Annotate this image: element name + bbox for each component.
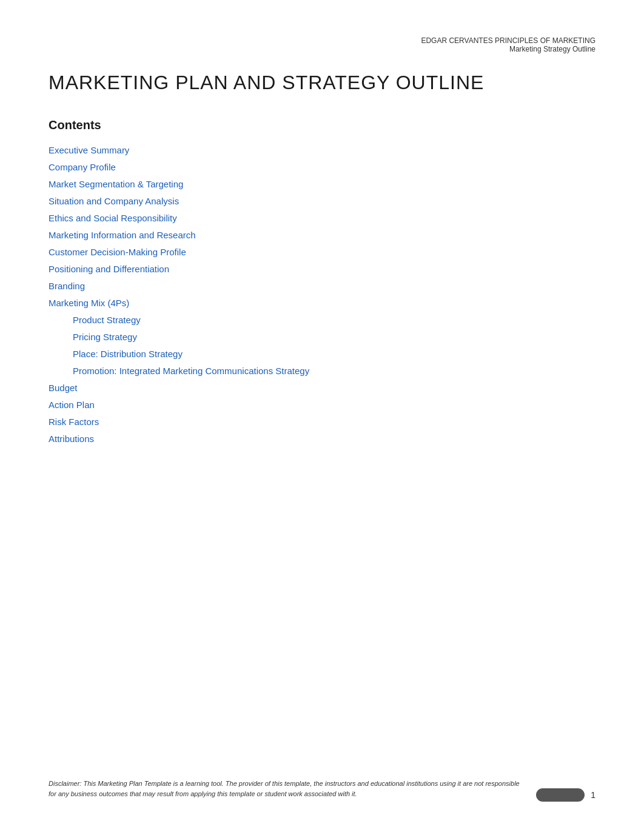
toc-link[interactable]: Situation and Company Analysis bbox=[49, 196, 179, 206]
disclaimer-area: Disclaimer: This Marketing Plan Template… bbox=[49, 779, 595, 799]
toc-link[interactable]: Branding bbox=[49, 281, 85, 291]
header-line2: Marketing Strategy Outline bbox=[49, 45, 595, 53]
toc-item: Pricing Strategy bbox=[49, 330, 595, 344]
toc-item: Executive Summary bbox=[49, 143, 595, 158]
page: EDGAR CERVANTES PRINCIPLES OF MARKETING … bbox=[0, 0, 644, 835]
disclaimer-text: Disclaimer: This Marketing Plan Template… bbox=[49, 779, 522, 799]
toc-link[interactable]: Company Profile bbox=[49, 162, 116, 172]
toc-link[interactable]: Pricing Strategy bbox=[73, 332, 137, 342]
toc-link[interactable]: Place: Distribution Strategy bbox=[73, 349, 183, 359]
toc-item: Attributions bbox=[49, 432, 595, 446]
toc-item: Situation and Company Analysis bbox=[49, 194, 595, 209]
toc-link[interactable]: Marketing Information and Research bbox=[49, 230, 196, 240]
toc-item: Positioning and Differentiation bbox=[49, 262, 595, 277]
toc-item: Risk Factors bbox=[49, 415, 595, 429]
toc-item: Promotion: Integrated Marketing Communic… bbox=[49, 364, 595, 378]
toc-item: Product Strategy bbox=[49, 313, 595, 327]
page-header: EDGAR CERVANTES PRINCIPLES OF MARKETING … bbox=[49, 36, 595, 53]
toc-link[interactable]: Risk Factors bbox=[49, 417, 99, 427]
page-title: MARKETING PLAN AND STRATEGY OUTLINE bbox=[49, 72, 595, 94]
toc-item: Place: Distribution Strategy bbox=[49, 347, 595, 361]
toc-item: Customer Decision-Making Profile bbox=[49, 245, 595, 260]
toc-link[interactable]: Customer Decision-Making Profile bbox=[49, 247, 186, 257]
toc-item: Ethics and Social Responsibility bbox=[49, 211, 595, 226]
toc-item: Marketing Mix (4Ps) bbox=[49, 296, 595, 310]
toc-item: Action Plan bbox=[49, 398, 595, 412]
toc-link[interactable]: Positioning and Differentiation bbox=[49, 264, 169, 274]
header-line1: EDGAR CERVANTES PRINCIPLES OF MARKETING bbox=[49, 36, 595, 45]
toc-item: Market Segmentation & Targeting bbox=[49, 177, 595, 192]
page-number-area: 1 bbox=[536, 788, 595, 802]
toc-link[interactable]: Budget bbox=[49, 383, 78, 393]
toc-link[interactable]: Attributions bbox=[49, 434, 94, 444]
contents-heading: Contents bbox=[49, 118, 595, 132]
toc-link[interactable]: Executive Summary bbox=[49, 145, 129, 155]
page-number-badge bbox=[536, 788, 585, 802]
toc-list: Executive SummaryCompany ProfileMarket S… bbox=[49, 143, 595, 446]
toc-link[interactable]: Marketing Mix (4Ps) bbox=[49, 298, 129, 308]
toc-link[interactable]: Action Plan bbox=[49, 400, 95, 410]
toc-item: Company Profile bbox=[49, 160, 595, 175]
toc-link[interactable]: Market Segmentation & Targeting bbox=[49, 179, 183, 189]
contents-section: Contents Executive SummaryCompany Profil… bbox=[49, 118, 595, 446]
toc-item: Budget bbox=[49, 381, 595, 395]
toc-link[interactable]: Promotion: Integrated Marketing Communic… bbox=[73, 366, 309, 376]
toc-link[interactable]: Product Strategy bbox=[73, 315, 141, 325]
toc-item: Branding bbox=[49, 279, 595, 293]
toc-link[interactable]: Ethics and Social Responsibility bbox=[49, 213, 177, 223]
page-number: 1 bbox=[591, 790, 595, 800]
toc-item: Marketing Information and Research bbox=[49, 228, 595, 243]
